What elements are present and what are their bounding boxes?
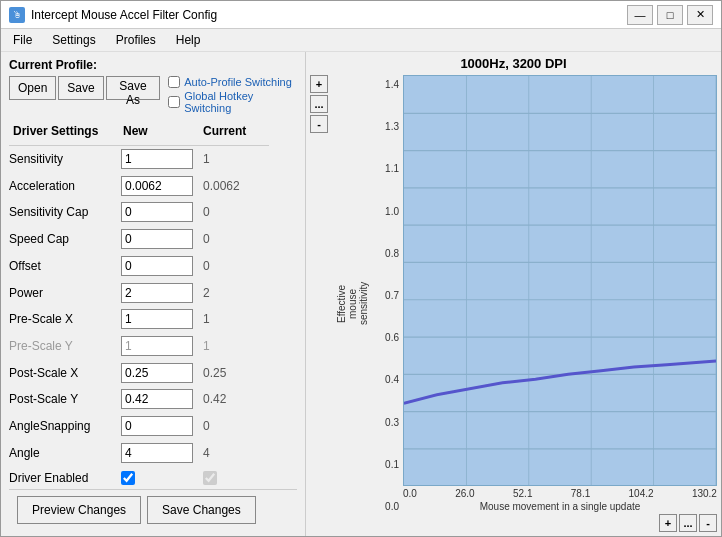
- label-power: Power: [9, 279, 119, 306]
- input-cell-offset: [119, 253, 199, 280]
- main-content: Current Profile: Open Save Save As Auto-…: [1, 52, 721, 536]
- current-driver-enabled-checkbox: [203, 471, 217, 485]
- label-offset: Offset: [9, 253, 119, 280]
- input-acceleration[interactable]: [121, 176, 193, 196]
- y-label-0: 1.4: [373, 79, 399, 90]
- save-button[interactable]: Save: [58, 76, 103, 100]
- open-button[interactable]: Open: [9, 76, 56, 100]
- minimize-button[interactable]: —: [627, 5, 653, 25]
- menu-help[interactable]: Help: [168, 31, 209, 49]
- label-angle: Angle: [9, 440, 119, 467]
- current-sensitivity: 1: [199, 146, 269, 173]
- input-driver-enabled[interactable]: [121, 471, 135, 485]
- y-label-2: 1.1: [373, 163, 399, 174]
- right-panel: 1000Hz, 3200 DPI + ... - Effective mouse…: [306, 52, 721, 536]
- label-speed-cap: Speed Cap: [9, 226, 119, 253]
- profile-label: Current Profile:: [9, 58, 297, 72]
- profile-checkboxes: Auto-Profile Switching Global Hotkey Swi…: [168, 76, 297, 114]
- y-label-3: 1.0: [373, 206, 399, 217]
- preview-changes-button[interactable]: Preview Changes: [17, 496, 141, 524]
- chart-bottom-zoom-out[interactable]: -: [699, 514, 717, 532]
- x-label-2: 52.1: [513, 488, 532, 499]
- label-anglesnapping: AngleSnapping: [9, 413, 119, 440]
- footer: Preview Changes Save Changes: [9, 489, 297, 530]
- input-anglesnapping[interactable]: [121, 416, 193, 436]
- chart-bottom-zoom-in[interactable]: +: [659, 514, 677, 532]
- label-sensitivity-cap: Sensitivity Cap: [9, 199, 119, 226]
- input-cell-driver-enabled: [119, 466, 199, 489]
- input-sensitivity[interactable]: [121, 149, 193, 169]
- current-postscale-x: 0.25: [199, 359, 269, 386]
- save-changes-button[interactable]: Save Changes: [147, 496, 256, 524]
- main-window: 🖱 Intercept Mouse Accel Filter Config — …: [0, 0, 722, 537]
- input-prescale-x[interactable]: [121, 309, 193, 329]
- profile-buttons: Open Save Save As Auto-Profile Switching…: [9, 76, 297, 114]
- y-axis-title: Effective mouse sensitivity: [332, 75, 373, 532]
- zoom-out-button[interactable]: -: [310, 115, 328, 133]
- global-hotkey-row: Global Hotkey Switching: [168, 90, 297, 114]
- global-hotkey-checkbox[interactable]: [168, 96, 180, 108]
- current-postscale-y: 0.42: [199, 386, 269, 413]
- current-prescale-x: 1: [199, 306, 269, 333]
- input-cell-sensitivity-cap: [119, 199, 199, 226]
- save-as-button[interactable]: Save As: [106, 76, 160, 100]
- input-cell-prescale-x: [119, 306, 199, 333]
- zoom-in-button[interactable]: +: [310, 75, 328, 93]
- y-label-9: 0.1: [373, 459, 399, 470]
- input-sensitivity-cap[interactable]: [121, 202, 193, 222]
- y-label-10: 0.0: [373, 501, 399, 512]
- input-offset[interactable]: [121, 256, 193, 276]
- menu-file[interactable]: File: [5, 31, 40, 49]
- input-postscale-x[interactable]: [121, 363, 193, 383]
- menu-profiles[interactable]: Profiles: [108, 31, 164, 49]
- zoom-reset-button[interactable]: ...: [310, 95, 328, 113]
- current-speed-cap: 0: [199, 226, 269, 253]
- y-label-6: 0.6: [373, 332, 399, 343]
- x-label-5: 130.2: [692, 488, 717, 499]
- close-button[interactable]: ✕: [687, 5, 713, 25]
- x-label-4: 104.2: [629, 488, 654, 499]
- window-title: Intercept Mouse Accel Filter Config: [31, 8, 217, 22]
- current-angle: 4: [199, 440, 269, 467]
- auto-profile-label[interactable]: Auto-Profile Switching: [184, 76, 292, 88]
- x-label-3: 78.1: [571, 488, 590, 499]
- menu-bar: File Settings Profiles Help: [1, 29, 721, 52]
- label-prescale-x: Pre-Scale X: [9, 306, 119, 333]
- current-anglesnapping: 0: [199, 413, 269, 440]
- y-label-7: 0.4: [373, 374, 399, 385]
- x-label-1: 26.0: [455, 488, 474, 499]
- input-cell-sensitivity: [119, 146, 199, 173]
- chart-container: Effective mouse sensitivity 1.4 1.3 1.1 …: [332, 75, 717, 532]
- left-panel: Current Profile: Open Save Save As Auto-…: [1, 52, 306, 536]
- current-offset: 0: [199, 253, 269, 280]
- input-angle[interactable]: [121, 443, 193, 463]
- menu-settings[interactable]: Settings: [44, 31, 103, 49]
- label-sensitivity: Sensitivity: [9, 146, 119, 173]
- chart-title: 1000Hz, 3200 DPI: [310, 56, 717, 71]
- current-acceleration: 0.0062: [199, 172, 269, 199]
- profile-section: Current Profile: Open Save Save As Auto-…: [9, 58, 297, 116]
- chart-area: + ... - Effective mouse sensitivity 1.4 …: [310, 75, 717, 532]
- chart-graph: [403, 75, 717, 486]
- input-cell-power: [119, 279, 199, 306]
- y-label-8: 0.3: [373, 417, 399, 428]
- global-hotkey-label[interactable]: Global Hotkey Switching: [184, 90, 297, 114]
- input-cell-acceleration: [119, 172, 199, 199]
- input-prescale-y[interactable]: [121, 336, 193, 356]
- input-cell-speed-cap: [119, 226, 199, 253]
- title-controls: — □ ✕: [627, 5, 713, 25]
- current-sensitivity-cap: 0: [199, 199, 269, 226]
- title-bar: 🖱 Intercept Mouse Accel Filter Config — …: [1, 1, 721, 29]
- x-axis-title: Mouse movement in a single update: [403, 501, 717, 512]
- input-power[interactable]: [121, 283, 193, 303]
- maximize-button[interactable]: □: [657, 5, 683, 25]
- input-speed-cap[interactable]: [121, 229, 193, 249]
- auto-profile-checkbox[interactable]: [168, 76, 180, 88]
- header-current: Current: [199, 122, 269, 146]
- chart-bottom-zoom-reset[interactable]: ...: [679, 514, 697, 532]
- chart-zoom-controls: + ... -: [310, 75, 328, 133]
- label-driver-enabled: Driver Enabled: [9, 466, 119, 489]
- input-postscale-y[interactable]: [121, 389, 193, 409]
- auto-profile-row: Auto-Profile Switching: [168, 76, 297, 88]
- chart-svg: [404, 76, 716, 485]
